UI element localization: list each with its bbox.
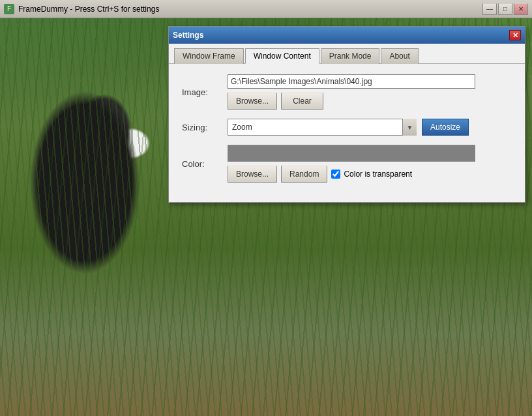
app-title: FrameDummy - Press Ctrl+S for settings — [18, 5, 482, 14]
image-controls: Browse... Clear — [228, 74, 512, 110]
color-transparent-text: Color is transparent — [344, 170, 412, 179]
dialog-titlebar: Settings ✕ — [169, 27, 525, 44]
sizing-select-wrapper: Zoom Stretch Center Tile ▼ — [228, 119, 417, 136]
dialog-title: Settings — [173, 31, 203, 40]
autosize-button[interactable]: Autosize — [422, 119, 469, 136]
app-icon: F — [4, 4, 14, 14]
image-clear-button[interactable]: Clear — [281, 93, 323, 110]
color-browse-button[interactable]: Browse... — [228, 166, 277, 183]
color-swatch — [228, 145, 475, 162]
settings-dialog: Settings ✕ Window Frame Window Content P… — [168, 26, 525, 203]
dialog-close-button[interactable]: ✕ — [509, 30, 521, 40]
sizing-label: Sizing: — [182, 123, 228, 132]
image-input[interactable] — [228, 74, 475, 89]
sizing-controls: Zoom Stretch Center Tile ▼ Autosize — [228, 119, 469, 136]
tab-bar: Window Frame Window Content Prank Mode A… — [169, 44, 525, 64]
tab-about[interactable]: About — [381, 48, 418, 64]
color-transparent-checkbox[interactable] — [331, 170, 340, 179]
maximize-button[interactable]: □ — [498, 3, 512, 15]
close-button[interactable]: ✕ — [514, 3, 528, 15]
color-transparent-label[interactable]: Color is transparent — [331, 170, 412, 179]
tab-prank-mode[interactable]: Prank Mode — [321, 48, 380, 64]
tab-window-content[interactable]: Window Content — [245, 48, 319, 64]
image-row: Image: Browse... Clear — [182, 74, 512, 110]
tab-window-frame[interactable]: Window Frame — [174, 48, 244, 64]
color-row: Color: Browse... Random Color is transpa… — [182, 145, 512, 183]
app-titlebar: F FrameDummy - Press Ctrl+S for settings… — [0, 0, 532, 18]
minimize-button[interactable]: — — [482, 3, 497, 15]
titlebar-controls: — □ ✕ — [482, 3, 528, 15]
color-random-button[interactable]: Random — [281, 166, 327, 183]
dialog-content: Image: Browse... Clear Sizing: Zoom Stre… — [169, 64, 525, 202]
image-browse-button[interactable]: Browse... — [228, 93, 277, 110]
image-label: Image: — [182, 87, 228, 97]
color-controls: Browse... Random Color is transparent — [228, 145, 512, 183]
sizing-row: Sizing: Zoom Stretch Center Tile ▼ Autos… — [182, 119, 512, 136]
color-label: Color: — [182, 159, 228, 169]
sizing-select[interactable]: Zoom Stretch Center Tile — [228, 119, 417, 136]
